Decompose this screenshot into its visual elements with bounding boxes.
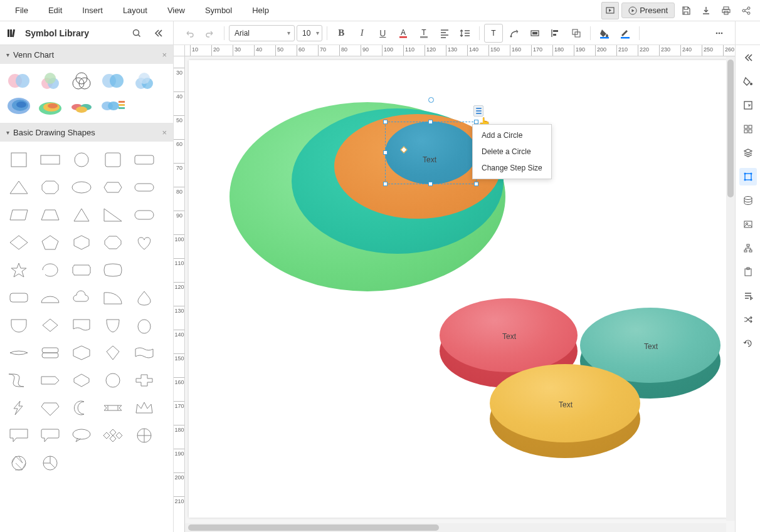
shape-speech-rect[interactable] — [4, 422, 34, 449]
shape-wave[interactable] — [129, 340, 159, 366]
shape-blank[interactable] — [129, 257, 159, 283]
align-objects-button[interactable] — [546, 24, 565, 43]
ctx-add-circle[interactable]: Add a Circle — [473, 127, 551, 143]
shuffle-panel-icon[interactable] — [739, 311, 757, 328]
close-icon[interactable]: × — [162, 50, 167, 60]
shape-hexagon3[interactable] — [66, 340, 97, 366]
bold-button[interactable]: B — [332, 24, 351, 43]
venn-shape-9[interactable] — [98, 94, 128, 118]
expand-rightbar-icon[interactable] — [739, 49, 757, 66]
export-panel-icon[interactable] — [739, 96, 757, 114]
line-color-button[interactable] — [616, 24, 635, 43]
text-tool-button[interactable]: T — [484, 24, 503, 43]
image-panel-icon[interactable] — [739, 216, 757, 233]
collapse-sidebar-icon[interactable] — [149, 24, 167, 42]
shape-pentagon[interactable] — [35, 229, 65, 256]
shape-document[interactable] — [66, 312, 97, 338]
shape-gem[interactable] — [35, 395, 65, 421]
font-color-button[interactable]: A — [394, 24, 413, 43]
canvas[interactable]: Text 👆 Add a Circle — [189, 60, 727, 518]
venn-shape-6[interactable] — [4, 94, 34, 118]
shape-s-curve[interactable] — [4, 367, 34, 394]
shape-crown[interactable] — [129, 395, 159, 421]
panel-shapes-header[interactable]: Basic Drawing Shapes × — [0, 123, 173, 142]
shape-trapezoid[interactable] — [35, 202, 65, 228]
search-library-icon[interactable] — [128, 24, 145, 42]
shape-hexagon2[interactable] — [66, 229, 97, 256]
shape-pie[interactable] — [35, 450, 65, 476]
properties-panel-icon[interactable] — [739, 168, 757, 185]
shape-teardrop[interactable] — [129, 284, 159, 311]
shape-stadium[interactable] — [129, 202, 159, 228]
shape-drop[interactable] — [35, 257, 65, 283]
panel-venn-header[interactable]: Venn Chart × — [0, 45, 173, 64]
shape-arrow-pentagon[interactable] — [35, 367, 65, 394]
shape-ribbon[interactable] — [98, 395, 128, 421]
shape-kite[interactable] — [98, 340, 128, 366]
shape-pill[interactable] — [129, 174, 159, 201]
venn-shape-1[interactable] — [4, 69, 34, 93]
menu-file[interactable]: File — [5, 2, 38, 19]
shape-arch[interactable] — [35, 284, 65, 311]
clipboard-panel-icon[interactable] — [739, 263, 757, 281]
connector-button[interactable] — [505, 24, 524, 43]
rotation-handle[interactable] — [428, 97, 434, 103]
print-icon[interactable] — [717, 2, 735, 19]
font-size-select[interactable]: 10 — [297, 25, 322, 41]
shape-shield[interactable] — [4, 312, 34, 338]
menu-edit[interactable]: Edit — [38, 2, 72, 19]
ctx-delete-circle[interactable]: Delete a Circle — [473, 143, 551, 160]
shape-octagon2[interactable] — [98, 229, 128, 256]
font-family-select[interactable]: Arial — [229, 25, 295, 41]
shape-cushion[interactable] — [98, 257, 128, 283]
canvas-area[interactable]: 1020304050607080901001101201301401501601… — [174, 45, 735, 532]
grid-panel-icon[interactable] — [739, 120, 757, 138]
save-icon[interactable] — [677, 2, 695, 19]
highlight-button[interactable]: T — [414, 24, 433, 43]
shape-rounded-rect[interactable] — [129, 147, 159, 173]
shape-cloud[interactable] — [66, 284, 97, 311]
layers-panel-icon[interactable] — [739, 144, 757, 162]
shape-octagon[interactable] — [35, 174, 65, 201]
venn-shape-3[interactable] — [66, 69, 97, 93]
shape-plaque[interactable] — [66, 257, 97, 283]
shape-star[interactable] — [4, 257, 34, 283]
shape-style-button[interactable] — [525, 24, 544, 43]
shape-parallelogram[interactable] — [4, 202, 34, 228]
shape-heart[interactable] — [129, 229, 159, 256]
venn-shape-7[interactable] — [35, 94, 65, 118]
venn-shape-2[interactable] — [35, 69, 65, 93]
fill-color-button[interactable] — [595, 24, 614, 43]
shape-grid-circle[interactable] — [129, 422, 159, 449]
line-spacing-button[interactable] — [456, 24, 475, 43]
menu-layout[interactable]: Layout — [113, 2, 157, 19]
shape-diamond2[interactable] — [35, 312, 65, 338]
shape-badge[interactable] — [35, 340, 65, 366]
shape-triangle[interactable] — [4, 174, 34, 201]
fill-panel-icon[interactable] — [739, 73, 757, 90]
data-panel-icon[interactable] — [739, 192, 757, 209]
tree-panel-icon[interactable] — [739, 239, 757, 257]
scrollbar-vertical[interactable] — [726, 56, 735, 521]
underline-button[interactable]: U — [373, 24, 392, 43]
shape-lens[interactable] — [4, 340, 34, 366]
shape-hexagon[interactable] — [98, 174, 128, 201]
shape-right-triangle[interactable] — [98, 202, 128, 228]
shape-hexagon4[interactable] — [66, 367, 97, 394]
shape-shield2[interactable] — [98, 312, 128, 338]
shape-diamond[interactable] — [4, 229, 34, 256]
italic-button[interactable]: I — [352, 24, 371, 43]
shape-lightning[interactable] — [4, 395, 34, 421]
shape-aperture[interactable] — [4, 450, 34, 476]
ctx-change-step[interactable]: Change Step Size — [473, 160, 551, 176]
paragraph-panel-icon[interactable] — [739, 287, 757, 305]
shape-quarter[interactable] — [98, 284, 128, 311]
shape-egg[interactable] — [129, 312, 159, 338]
more-button[interactable] — [710, 24, 729, 43]
shape-speech-ellipse[interactable] — [66, 422, 97, 449]
close-icon[interactable]: × — [162, 128, 167, 137]
shape-moon[interactable] — [66, 395, 97, 421]
shape-rounded-square[interactable] — [98, 147, 128, 173]
menu-help[interactable]: Help — [242, 2, 279, 19]
shape-decagon[interactable] — [98, 367, 128, 394]
